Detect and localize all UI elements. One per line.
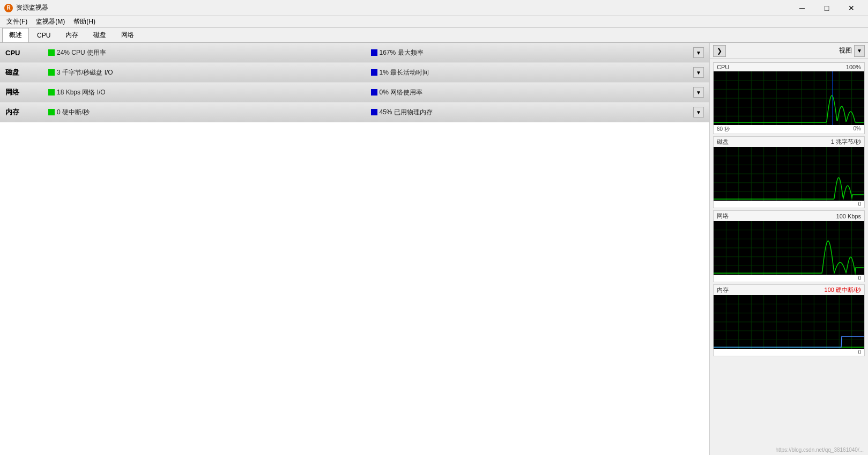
network-stat2: 0% 网络使用率 [371, 88, 694, 97]
network-row-header[interactable]: 网络 18 Kbps 网络 I/O 0% 网络使用率 ▼ [0, 83, 709, 102]
disk-stat2-dot [371, 69, 377, 76]
memory-stat2-dot [371, 109, 377, 115]
disk-stat1: 3 千字节/秒磁盘 I/O [48, 68, 371, 77]
tab-network[interactable]: 网络 [114, 28, 141, 42]
disk-chart-header: 磁盘 1 兆字节/秒 [714, 137, 864, 147]
menu-file[interactable]: 文件(F) [2, 16, 32, 27]
maximize-button[interactable]: □ [814, 0, 839, 16]
memory-chart-label: 内存 [717, 286, 729, 294]
app-icon: R [4, 4, 13, 12]
disk-chart-label: 磁盘 [717, 138, 729, 146]
disk-stat1-dot [48, 69, 55, 76]
memory-row-header[interactable]: 内存 0 硬中断/秒 45% 已用物理内存 ▼ [0, 102, 709, 122]
disk-chart-canvas [714, 147, 864, 201]
window-controls: ─ □ ✕ [790, 0, 864, 16]
close-button[interactable]: ✕ [839, 0, 864, 16]
memory-mini-chart: 内存 100 硬中断/秒 0 [713, 284, 865, 356]
memory-stat2-text: 45% 已用物理内存 [380, 108, 433, 117]
memory-expand-btn[interactable]: ▼ [693, 107, 704, 118]
network-stat2-dot [371, 89, 377, 96]
network-chart-header: 网络 100 Kbps [714, 211, 864, 221]
network-monitor-row: 网络 18 Kbps 网络 I/O 0% 网络使用率 ▼ [0, 83, 709, 102]
cpu-chart-time: 60 秒 [717, 126, 730, 133]
memory-chart-header: 内存 100 硬中断/秒 [714, 285, 864, 295]
disk-stat2: 1% 最长活动时间 [371, 68, 694, 77]
mini-charts-area: CPU 100% 60 秒 0% 磁盘 1 兆字节/秒 0 [710, 59, 868, 455]
memory-monitor-row: 内存 0 硬中断/秒 45% 已用物理内存 ▼ [0, 102, 709, 122]
memory-stat2: 45% 已用物理内存 [371, 108, 694, 117]
cpu-chart-header: CPU 100% [714, 63, 864, 71]
network-label: 网络 [5, 87, 48, 97]
menu-bar: 文件(F) 监视器(M) 帮助(H) [0, 16, 868, 28]
network-stat2-text: 0% 网络使用率 [380, 88, 423, 97]
disk-label: 磁盘 [5, 68, 48, 77]
memory-stat1-text: 0 硬中断/秒 [57, 108, 90, 117]
right-panel-nav-button[interactable]: ❯ [713, 45, 726, 57]
network-stats: 18 Kbps 网络 I/O 0% 网络使用率 [48, 88, 693, 97]
cpu-stat2-dot [371, 49, 377, 56]
cpu-monitor-row: CPU 24% CPU 使用率 167% 最大频率 ▼ [0, 43, 709, 63]
cpu-chart-maxvalue: 100% [846, 64, 861, 70]
network-stat1-text: 18 Kbps 网络 I/O [57, 88, 106, 97]
title-bar: R 资源监视器 ─ □ ✕ [0, 0, 868, 16]
cpu-chart-label: CPU [717, 64, 729, 70]
right-panel-header: ❯ 视图 ▼ [710, 43, 868, 59]
cpu-chart-current: 0% [854, 126, 861, 133]
disk-expand-btn[interactable]: ▼ [693, 67, 704, 78]
tab-cpu[interactable]: CPU [30, 29, 57, 42]
cpu-stat1-dot [48, 49, 55, 56]
disk-monitor-row: 磁盘 3 千字节/秒磁盘 I/O 1% 最长活动时间 ▼ [0, 63, 709, 83]
main-content: CPU 24% CPU 使用率 167% 最大频率 ▼ 磁盘 [0, 43, 868, 455]
cpu-label: CPU [5, 49, 48, 57]
cpu-stat2: 167% 最大频率 [371, 48, 694, 57]
tab-overview[interactable]: 概述 [2, 28, 29, 42]
cpu-stat2-text: 167% 最大频率 [380, 48, 424, 57]
network-chart-label: 网络 [717, 212, 729, 220]
tab-disk[interactable]: 磁盘 [86, 28, 113, 42]
disk-chart-footer: 0 [714, 201, 864, 208]
minimize-button[interactable]: ─ [790, 0, 814, 16]
memory-chart-current: 0 [858, 349, 861, 355]
watermark: https://blog.csdn.net/qq_38161040/... [775, 447, 864, 453]
disk-stat2-text: 1% 最长活动时间 [380, 68, 429, 77]
memory-chart-maxvalue: 100 硬中断/秒 [825, 286, 861, 294]
cpu-expand-btn[interactable]: ▼ [693, 47, 704, 58]
network-chart-footer: 0 [714, 275, 864, 282]
cpu-stat1: 24% CPU 使用率 [48, 48, 371, 57]
tab-bar: 概述 CPU 内存 磁盘 网络 [0, 28, 868, 43]
network-chart-maxvalue: 100 Kbps [836, 213, 861, 219]
cpu-chart-footer: 60 秒 0% [714, 125, 864, 134]
disk-stats: 3 千字节/秒磁盘 I/O 1% 最长活动时间 [48, 68, 693, 77]
memory-stat1-dot [48, 109, 55, 115]
memory-label: 内存 [5, 107, 48, 117]
network-stat1-dot [48, 89, 55, 96]
tab-memory[interactable]: 内存 [58, 28, 85, 42]
memory-chart-canvas [714, 295, 864, 349]
network-mini-chart: 网络 100 Kbps 0 [713, 210, 865, 282]
cpu-stats: 24% CPU 使用率 167% 最大频率 [48, 48, 693, 57]
menu-help[interactable]: 帮助(H) [69, 16, 100, 27]
menu-monitor[interactable]: 监视器(M) [32, 16, 69, 27]
right-panel-view-dropdown[interactable]: ▼ [854, 45, 865, 57]
cpu-row-header[interactable]: CPU 24% CPU 使用率 167% 最大频率 ▼ [0, 43, 709, 62]
cpu-chart-canvas [714, 71, 864, 125]
right-panel-view-label: 视图 [839, 46, 852, 55]
disk-chart-current: 0 [858, 201, 861, 207]
memory-chart-footer: 0 [714, 349, 864, 356]
network-chart-current: 0 [858, 275, 861, 281]
disk-mini-chart: 磁盘 1 兆字节/秒 0 [713, 136, 865, 208]
left-panel: CPU 24% CPU 使用率 167% 最大频率 ▼ 磁盘 [0, 43, 710, 455]
disk-chart-maxvalue: 1 兆字节/秒 [831, 138, 861, 146]
disk-stat1-text: 3 千字节/秒磁盘 I/O [57, 68, 113, 77]
memory-stats: 0 硬中断/秒 45% 已用物理内存 [48, 108, 693, 117]
app-title: 资源监视器 [16, 3, 790, 12]
memory-stat1: 0 硬中断/秒 [48, 108, 371, 117]
cpu-mini-chart: CPU 100% 60 秒 0% [713, 62, 865, 134]
network-expand-btn[interactable]: ▼ [693, 87, 704, 98]
disk-row-header[interactable]: 磁盘 3 千字节/秒磁盘 I/O 1% 最长活动时间 ▼ [0, 63, 709, 82]
cpu-stat1-text: 24% CPU 使用率 [57, 48, 106, 57]
network-chart-canvas [714, 221, 864, 275]
right-panel: ❯ 视图 ▼ CPU 100% 60 秒 0% 磁盘 [710, 43, 868, 455]
network-stat1: 18 Kbps 网络 I/O [48, 88, 371, 97]
